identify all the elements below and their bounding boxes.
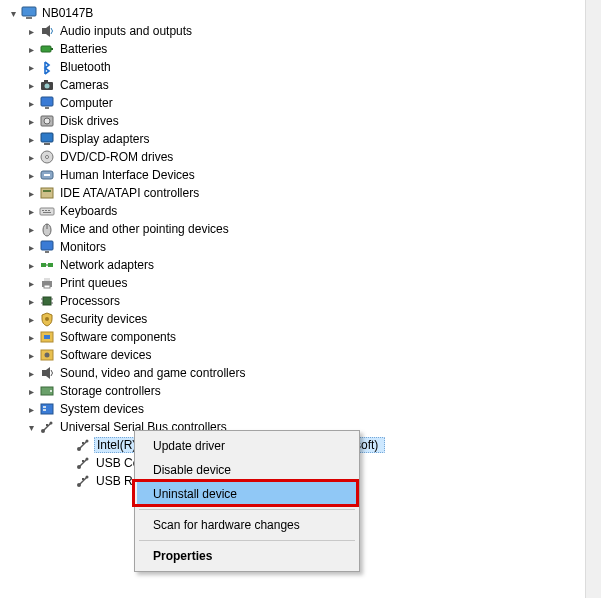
chevron-right-icon[interactable]: ▸ bbox=[24, 80, 38, 91]
svg-rect-19 bbox=[43, 190, 51, 192]
category-row[interactable]: ▸Mice and other pointing devices bbox=[4, 220, 601, 238]
category-label: Processors bbox=[58, 294, 122, 308]
svg-point-6 bbox=[45, 84, 50, 89]
usb-icon bbox=[74, 455, 92, 471]
category-row[interactable]: ▸DVD/CD-ROM drives bbox=[4, 148, 601, 166]
category-row[interactable]: ▸Batteries bbox=[4, 40, 601, 58]
category-row[interactable]: ▸Computer bbox=[4, 94, 601, 112]
disk-icon bbox=[38, 113, 56, 129]
svg-rect-24 bbox=[43, 212, 51, 213]
chevron-right-icon[interactable]: ▸ bbox=[24, 296, 38, 307]
category-row[interactable]: ▸Sound, video and game controllers bbox=[4, 364, 601, 382]
menu-item[interactable]: Properties bbox=[137, 544, 357, 568]
chevron-down-icon[interactable]: ▾ bbox=[24, 422, 38, 433]
menu-item[interactable]: Scan for hardware changes bbox=[137, 513, 357, 537]
menu-separator bbox=[139, 509, 355, 510]
svg-rect-48 bbox=[41, 404, 53, 414]
svg-rect-0 bbox=[22, 7, 36, 16]
svg-rect-3 bbox=[41, 46, 51, 52]
chevron-right-icon[interactable]: ▸ bbox=[24, 314, 38, 325]
softcomp-icon bbox=[38, 329, 56, 345]
keyboard-icon bbox=[38, 203, 56, 219]
category-label: Audio inputs and outputs bbox=[58, 24, 194, 38]
category-label: Sound, video and game controllers bbox=[58, 366, 247, 380]
category-row[interactable]: ▸Storage controllers bbox=[4, 382, 601, 400]
chevron-right-icon[interactable]: ▸ bbox=[24, 242, 38, 253]
chevron-down-icon[interactable]: ▾ bbox=[6, 8, 20, 19]
scrollbar[interactable] bbox=[585, 0, 601, 598]
svg-rect-66 bbox=[82, 478, 84, 480]
printer-icon bbox=[38, 275, 56, 291]
chevron-right-icon[interactable]: ▸ bbox=[24, 188, 38, 199]
chevron-right-icon[interactable]: ▸ bbox=[24, 332, 38, 343]
chevron-right-icon[interactable]: ▸ bbox=[24, 116, 38, 127]
svg-rect-42 bbox=[44, 335, 50, 339]
category-row[interactable]: ▸IDE ATA/ATAPI controllers bbox=[4, 184, 601, 202]
svg-rect-27 bbox=[41, 241, 53, 250]
svg-point-40 bbox=[45, 317, 49, 321]
category-row[interactable]: ▸Display adapters bbox=[4, 130, 601, 148]
category-label: Display adapters bbox=[58, 132, 151, 146]
chevron-right-icon[interactable]: ▸ bbox=[24, 134, 38, 145]
chevron-right-icon[interactable]: ▸ bbox=[24, 170, 38, 181]
svg-rect-12 bbox=[41, 133, 53, 142]
context-menu: Update driverDisable deviceUninstall dev… bbox=[134, 430, 360, 572]
chevron-right-icon[interactable]: ▸ bbox=[24, 386, 38, 397]
category-label: DVD/CD-ROM drives bbox=[58, 150, 175, 164]
chevron-right-icon[interactable]: ▸ bbox=[24, 368, 38, 379]
category-row[interactable]: ▸Audio inputs and outputs bbox=[4, 22, 601, 40]
tree-root-row[interactable]: ▾ NB0147B bbox=[4, 4, 601, 22]
svg-point-47 bbox=[50, 390, 52, 392]
storage-icon bbox=[38, 383, 56, 399]
category-label: Human Interface Devices bbox=[58, 168, 197, 182]
usb-icon bbox=[74, 437, 92, 453]
category-label: Network adapters bbox=[58, 258, 156, 272]
chevron-right-icon[interactable]: ▸ bbox=[24, 98, 38, 109]
chevron-right-icon[interactable]: ▸ bbox=[24, 224, 38, 235]
svg-point-57 bbox=[86, 440, 89, 443]
category-label: Mice and other pointing devices bbox=[58, 222, 231, 236]
chevron-right-icon[interactable]: ▸ bbox=[24, 26, 38, 37]
chevron-right-icon[interactable]: ▸ bbox=[24, 260, 38, 271]
category-row[interactable]: ▸Software components bbox=[4, 328, 601, 346]
menu-item[interactable]: Update driver bbox=[137, 434, 357, 458]
category-row[interactable]: ▸Bluetooth bbox=[4, 58, 601, 76]
chevron-right-icon[interactable]: ▸ bbox=[24, 404, 38, 415]
category-row[interactable]: ▸Cameras bbox=[4, 76, 601, 94]
category-label: Keyboards bbox=[58, 204, 119, 218]
category-label: Bluetooth bbox=[58, 60, 113, 74]
cpu-icon bbox=[38, 293, 56, 309]
category-row[interactable]: ▸Human Interface Devices bbox=[4, 166, 601, 184]
svg-point-44 bbox=[45, 353, 50, 358]
device-tree: ▾ NB0147B ▸Audio inputs and outputs▸Batt… bbox=[0, 0, 601, 494]
category-label: Batteries bbox=[58, 42, 109, 56]
category-label: Disk drives bbox=[58, 114, 121, 128]
chevron-right-icon[interactable]: ▸ bbox=[24, 206, 38, 217]
svg-rect-62 bbox=[82, 460, 84, 462]
category-row[interactable]: ▸Monitors bbox=[4, 238, 601, 256]
menu-item[interactable]: Uninstall device bbox=[137, 482, 357, 506]
category-row[interactable]: ▸System devices bbox=[4, 400, 601, 418]
category-row[interactable]: ▸Print queues bbox=[4, 274, 601, 292]
category-row[interactable]: ▸Software devices bbox=[4, 346, 601, 364]
svg-point-53 bbox=[50, 422, 53, 425]
chevron-right-icon[interactable]: ▸ bbox=[24, 62, 38, 73]
category-row[interactable]: ▸Security devices bbox=[4, 310, 601, 328]
category-row[interactable]: ▸Keyboards bbox=[4, 202, 601, 220]
menu-separator bbox=[139, 540, 355, 541]
category-label: Software devices bbox=[58, 348, 153, 362]
chevron-right-icon[interactable]: ▸ bbox=[24, 44, 38, 55]
svg-rect-50 bbox=[43, 409, 46, 411]
monitor-icon bbox=[38, 95, 56, 111]
category-row[interactable]: ▸Processors bbox=[4, 292, 601, 310]
category-row[interactable]: ▸Network adapters bbox=[4, 256, 601, 274]
svg-rect-34 bbox=[44, 285, 50, 288]
chevron-right-icon[interactable]: ▸ bbox=[24, 350, 38, 361]
svg-rect-21 bbox=[42, 210, 44, 211]
svg-point-11 bbox=[44, 118, 50, 124]
category-row[interactable]: ▸Disk drives bbox=[4, 112, 601, 130]
ide-icon bbox=[38, 185, 56, 201]
chevron-right-icon[interactable]: ▸ bbox=[24, 152, 38, 163]
menu-item[interactable]: Disable device bbox=[137, 458, 357, 482]
chevron-right-icon[interactable]: ▸ bbox=[24, 278, 38, 289]
